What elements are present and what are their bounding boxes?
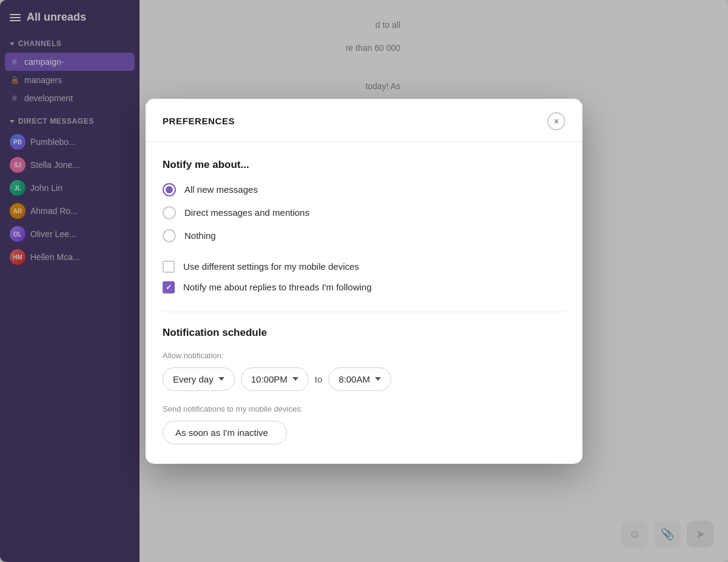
radio-circle-dm	[163, 206, 176, 219]
end-time-caret-icon	[375, 377, 381, 381]
checkbox-thread-label: Notify me about replies to threads I'm f…	[183, 282, 372, 292]
divider	[163, 312, 565, 312]
day-select[interactable]: Every day	[163, 367, 235, 391]
modal-body: Notify me about... All new messages Dire…	[146, 142, 582, 464]
allow-notification-label: Allow notification:	[163, 351, 565, 360]
radio-label-dm: Direct messages and mentions	[184, 207, 309, 218]
schedule-section: Notification schedule Allow notification…	[163, 327, 565, 444]
mobile-notification-label: Send notifications to my mobile devices:	[163, 404, 565, 413]
end-time-value: 8:00AM	[339, 374, 370, 384]
start-time-caret-icon	[292, 377, 298, 381]
checkbox-thread-replies[interactable]: Notify me about replies to threads I'm f…	[163, 281, 565, 293]
close-button[interactable]: ×	[547, 112, 565, 130]
schedule-title: Notification schedule	[163, 327, 565, 339]
start-time-value: 10:00PM	[251, 374, 288, 384]
to-label: to	[315, 374, 323, 384]
day-select-value: Every day	[173, 374, 214, 384]
inactive-select-value: As soon as I'm inactive	[175, 427, 268, 438]
modal-title: PREFERENCES	[163, 116, 235, 126]
inactive-select[interactable]: As soon as I'm inactive	[163, 421, 287, 444]
modal-overlay[interactable]: PREFERENCES × Notify me about... All new…	[0, 0, 728, 562]
checkbox-group: Use different settings for my mobile dev…	[163, 258, 565, 293]
radio-circle-all	[163, 183, 176, 196]
radio-all-messages[interactable]: All new messages	[163, 183, 565, 196]
schedule-time-row: Every day 10:00PM to 8:00AM	[163, 367, 565, 391]
checkbox-mobile-label: Use different settings for my mobile dev…	[183, 261, 359, 272]
checkbox-thread-box	[163, 281, 175, 293]
notify-section-title: Notify me about...	[163, 159, 565, 171]
radio-nothing[interactable]: Nothing	[163, 229, 565, 243]
checkbox-mobile-settings[interactable]: Use different settings for my mobile dev…	[163, 261, 565, 273]
checkbox-mobile-box	[163, 261, 175, 273]
start-time-select[interactable]: 10:00PM	[241, 367, 309, 391]
end-time-select[interactable]: 8:00AM	[328, 367, 391, 391]
day-select-caret-icon	[218, 377, 224, 381]
modal-header: PREFERENCES ×	[146, 99, 582, 142]
radio-label-all: All new messages	[184, 184, 258, 195]
radio-group-notify: All new messages Direct messages and men…	[163, 183, 565, 243]
close-icon: ×	[554, 116, 559, 126]
radio-direct-messages[interactable]: Direct messages and mentions	[163, 206, 565, 219]
radio-circle-nothing	[163, 229, 176, 243]
radio-label-nothing: Nothing	[184, 230, 216, 241]
preferences-modal: PREFERENCES × Notify me about... All new…	[146, 99, 582, 464]
